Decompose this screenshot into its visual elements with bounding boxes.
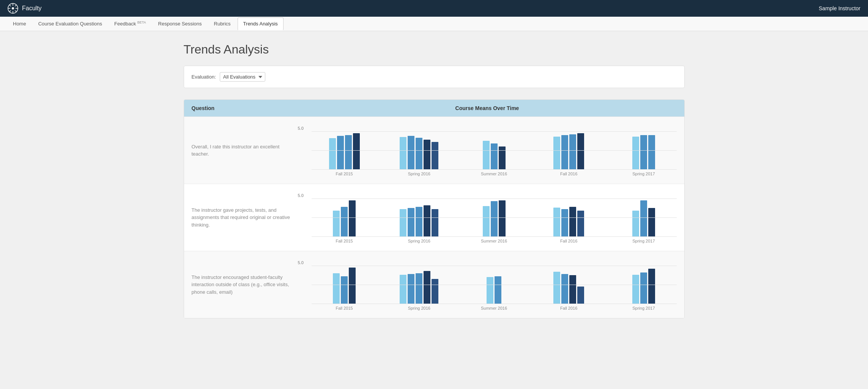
reference-line — [312, 266, 677, 266]
term-label: Fall 2016 — [560, 306, 577, 310]
bar — [341, 276, 348, 304]
bar — [416, 207, 422, 236]
svg-line-8 — [15, 5, 17, 6]
reference-line — [312, 304, 677, 304]
term-label: Summer 2016 — [481, 306, 507, 310]
term-label: Spring 2017 — [632, 306, 655, 310]
bar — [329, 138, 336, 169]
chart-row: The instructor gave projects, tests, and… — [184, 184, 684, 251]
term-label: Summer 2016 — [481, 239, 507, 243]
bar — [495, 276, 501, 304]
bar — [408, 274, 414, 304]
secondary-nav: Home Course Evaluation Questions Feedbac… — [0, 17, 868, 31]
question-text: Overall, I rate this instructor an excel… — [192, 143, 298, 158]
bar — [553, 208, 560, 236]
bar — [553, 137, 560, 169]
reference-line — [312, 131, 677, 132]
term-label: Fall 2016 — [560, 172, 577, 176]
bar — [483, 206, 490, 236]
term-label: Fall 2015 — [336, 306, 353, 310]
bar — [640, 272, 647, 304]
chart-header: Question Course Means Over Time — [184, 100, 684, 117]
question-text: The instructor gave projects, tests, and… — [192, 206, 298, 229]
chart-area: 5.0Fall 2015Spring 2016Summer 2016Fall 2… — [298, 259, 677, 310]
bar — [345, 135, 352, 169]
svg-line-9 — [9, 11, 11, 12]
bar — [341, 207, 348, 236]
nav-trends-analysis[interactable]: Trends Analysis — [238, 17, 284, 30]
chart-header-question-label: Question — [192, 105, 298, 111]
bar — [424, 205, 430, 236]
bar — [561, 274, 568, 304]
bar — [640, 135, 647, 169]
chart-area: 5.0Fall 2015Spring 2016Summer 2016Fall 2… — [298, 124, 677, 176]
reference-line — [312, 285, 677, 285]
term-label: Spring 2016 — [408, 306, 430, 310]
bar — [569, 275, 576, 304]
bar — [424, 271, 430, 304]
reference-line — [312, 150, 677, 151]
bar — [333, 273, 340, 304]
term-label: Spring 2016 — [408, 239, 430, 243]
evaluation-select[interactable]: All Evaluations — [220, 72, 265, 82]
app-name: Faculty — [22, 5, 42, 12]
nav-response-sessions[interactable]: Response Sessions — [153, 18, 207, 30]
bar — [432, 279, 438, 304]
y-axis-label: 5.0 — [298, 126, 304, 131]
filter-label: Evaluation: — [192, 74, 216, 80]
bar — [408, 208, 414, 236]
page-content: Trends Analysis Evaluation: All Evaluati… — [169, 31, 700, 330]
bar — [400, 209, 406, 236]
bar — [416, 138, 422, 169]
bar — [400, 275, 406, 304]
app-logo-icon — [8, 3, 18, 14]
bar — [577, 287, 584, 304]
svg-line-7 — [15, 11, 17, 12]
beta-badge: BETA — [137, 20, 146, 24]
bar — [569, 134, 576, 169]
bar — [553, 272, 560, 304]
bar — [577, 211, 584, 236]
reference-line — [312, 169, 677, 170]
bar — [491, 143, 498, 169]
nav-home[interactable]: Home — [8, 18, 32, 30]
bar — [416, 273, 422, 304]
nav-feedback[interactable]: Feedback BETA — [109, 17, 151, 30]
svg-line-6 — [9, 5, 11, 6]
reference-line — [312, 236, 677, 237]
nav-rubrics[interactable]: Rubrics — [209, 18, 236, 30]
svg-point-1 — [12, 7, 14, 9]
chart-table: Question Course Means Over Time Overall,… — [184, 99, 685, 318]
bar — [483, 141, 490, 169]
term-label: Summer 2016 — [481, 172, 507, 176]
user-name: Sample Instructor — [819, 5, 860, 11]
bar — [349, 200, 356, 236]
nav-course-evaluation[interactable]: Course Evaluation Questions — [33, 18, 107, 30]
term-label: Spring 2017 — [632, 239, 655, 243]
bar — [569, 207, 576, 236]
term-label: Fall 2016 — [560, 239, 577, 243]
chart-header-means-label: Course Means Over Time — [298, 105, 677, 111]
top-bar-left: Faculty — [8, 3, 42, 14]
bar — [491, 201, 498, 236]
y-axis-label: 5.0 — [298, 193, 304, 198]
bar — [632, 211, 639, 236]
bar — [577, 133, 584, 169]
bar — [353, 133, 360, 169]
term-label: Fall 2015 — [336, 239, 353, 243]
bar — [400, 137, 406, 169]
page-title: Trends Analysis — [184, 43, 685, 57]
term-label: Spring 2016 — [408, 172, 430, 176]
bar — [349, 268, 356, 304]
bar — [432, 142, 438, 169]
filter-box: Evaluation: All Evaluations — [184, 66, 685, 88]
bar — [499, 146, 506, 169]
bar — [640, 200, 647, 236]
bar — [561, 135, 568, 169]
bar — [487, 277, 493, 304]
chart-row: The instructor encouraged student-facult… — [184, 251, 684, 318]
top-bar: Faculty Sample Instructor — [0, 0, 868, 17]
bar — [333, 211, 340, 236]
chart-area: 5.0Fall 2015Spring 2016Summer 2016Fall 2… — [298, 192, 677, 243]
bar — [648, 135, 655, 169]
